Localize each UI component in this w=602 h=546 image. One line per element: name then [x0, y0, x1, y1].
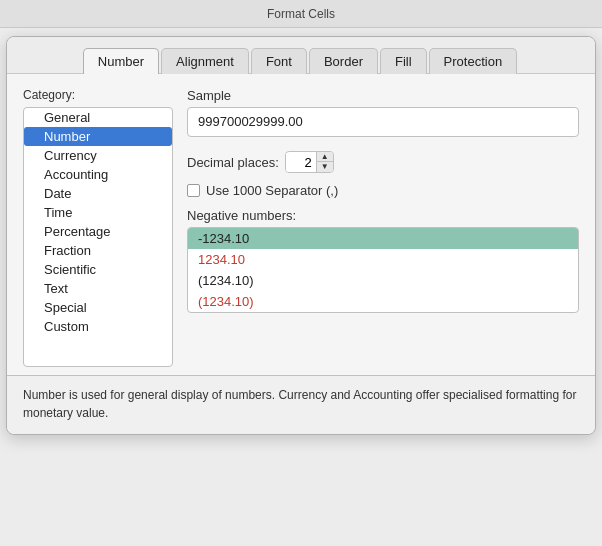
negative-item-1[interactable]: 1234.10 — [188, 249, 578, 270]
category-item-fraction[interactable]: Fraction — [24, 241, 172, 260]
tab-border[interactable]: Border — [309, 48, 378, 74]
decimal-increment[interactable]: ▲ — [317, 152, 333, 162]
separator-label: Use 1000 Separator (,) — [206, 183, 338, 198]
tab-protection[interactable]: Protection — [429, 48, 518, 74]
dialog: NumberAlignmentFontBorderFillProtection … — [6, 36, 596, 435]
category-item-currency[interactable]: Currency — [24, 146, 172, 165]
negative-item-0[interactable]: -1234.10 — [188, 228, 578, 249]
info-text: Number is used for general display of nu… — [23, 388, 576, 420]
decimal-row: Decimal places: ▲ ▼ — [187, 151, 579, 173]
decimal-decrement[interactable]: ▼ — [317, 162, 333, 172]
tab-bar: NumberAlignmentFontBorderFillProtection — [7, 37, 595, 74]
negative-list: -1234.101234.10(1234.10)(1234.10) — [187, 227, 579, 313]
dialog-title: Format Cells — [267, 7, 335, 21]
category-item-date[interactable]: Date — [24, 184, 172, 203]
settings-panel: Sample 999700029999.00 Decimal places: ▲… — [187, 88, 579, 367]
tab-font[interactable]: Font — [251, 48, 307, 74]
separator-row[interactable]: Use 1000 Separator (,) — [187, 183, 579, 198]
tab-number[interactable]: Number — [83, 48, 159, 74]
negative-label: Negative numbers: — [187, 208, 579, 223]
main-content: Category: GeneralNumberCurrencyAccountin… — [7, 74, 595, 375]
category-list: GeneralNumberCurrencyAccountingDateTimeP… — [23, 107, 173, 367]
stepper: ▲ ▼ — [316, 152, 333, 172]
negative-item-2[interactable]: (1234.10) — [188, 270, 578, 291]
title-bar: Format Cells — [0, 0, 602, 28]
category-item-special[interactable]: Special — [24, 298, 172, 317]
sample-section: Sample 999700029999.00 — [187, 88, 579, 137]
tab-fill[interactable]: Fill — [380, 48, 427, 74]
category-item-scientific[interactable]: Scientific — [24, 260, 172, 279]
tab-alignment[interactable]: Alignment — [161, 48, 249, 74]
category-item-text[interactable]: Text — [24, 279, 172, 298]
category-item-general[interactable]: General — [24, 108, 172, 127]
separator-checkbox[interactable] — [187, 184, 200, 197]
category-panel: Category: GeneralNumberCurrencyAccountin… — [23, 88, 173, 367]
decimal-input-wrap: ▲ ▼ — [285, 151, 334, 173]
info-bar: Number is used for general display of nu… — [7, 375, 595, 434]
category-item-custom[interactable]: Custom — [24, 317, 172, 336]
category-label: Category: — [23, 88, 173, 102]
sample-label: Sample — [187, 88, 579, 103]
negative-item-3[interactable]: (1234.10) — [188, 291, 578, 312]
sample-box: 999700029999.00 — [187, 107, 579, 137]
decimal-input[interactable] — [286, 153, 316, 172]
category-item-time[interactable]: Time — [24, 203, 172, 222]
negative-section: Negative numbers: -1234.101234.10(1234.1… — [187, 208, 579, 313]
category-item-number[interactable]: Number — [24, 127, 172, 146]
category-item-percentage[interactable]: Percentage — [24, 222, 172, 241]
decimal-label: Decimal places: — [187, 155, 279, 170]
category-item-accounting[interactable]: Accounting — [24, 165, 172, 184]
